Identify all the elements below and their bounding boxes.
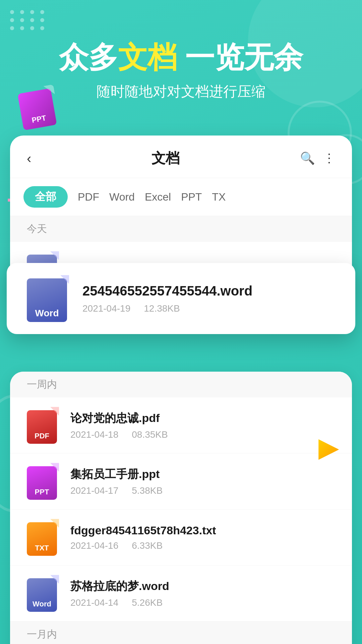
file-list-panel: 一周内 PDF 论对党的忠诚.pdf 2021-04-18 08.35KB PP… [10,372,352,644]
pdf-file-info: 论对党的忠诚.pdf 2021-04-18 08.35KB [70,411,335,440]
word2-file-info: 苏格拉底的梦.word 2021-04-14 5.26KB [70,579,335,608]
pdf-size: 08.35KB [132,429,168,440]
file-item-txt[interactable]: TXT fdgger84541165t78h423.txt 2021-04-16… [10,509,352,566]
ppt-file-meta: 2021-04-17 5.38KB [70,485,335,496]
more-icon[interactable]: ⋮ [323,151,335,165]
section-today-header: 今天 [10,216,352,242]
highlighted-icon-body: Word [27,278,67,322]
panel-header-icons: 🔍 ⋮ [300,151,335,165]
txt-date: 2021-04-16 [70,540,118,551]
txt-size: 6.33KB [132,540,163,551]
panel-title: 文档 [152,149,180,168]
word2-file-icon: Word [27,575,60,612]
section-month-header: 一月内 [10,622,352,644]
hero-title-highlight: 文档 [118,41,177,74]
ppt-deco-label: PPT [17,88,57,130]
word2-size: 5.26KB [132,597,163,608]
ppt-file-name: 集拓员工手册.ppt [70,467,335,482]
file-item-ppt[interactable]: PPT 集拓员工手册.ppt 2021-04-17 5.38KB [10,453,352,509]
highlighted-file-info: 254546552557455544.word 2021-04-19 12.38… [82,283,335,314]
txt-file-info: fdgger84541165t78h423.txt 2021-04-16 6.3… [70,524,335,551]
play-decoration [318,432,352,469]
file-item-pdf[interactable]: PDF 论对党的忠诚.pdf 2021-04-18 08.35KB [10,397,352,453]
ppt-file-info: 集拓员工手册.ppt 2021-04-17 5.38KB [70,467,335,496]
filter-tab-all[interactable]: 全部 [23,186,68,208]
txt-file-meta: 2021-04-16 6.33KB [70,540,335,551]
pdf-date: 2021-04-18 [70,429,118,440]
pdf-file-icon: PDF [27,407,60,444]
ppt-icon-body: PPT [27,466,57,500]
hero-title: 众多文档 一览无余 [20,40,342,74]
section-week-header: 一周内 [10,372,352,397]
txt-file-icon: TXT [27,519,60,556]
word2-file-meta: 2021-04-14 5.26KB [70,597,335,608]
filter-tab-word[interactable]: Word [109,189,135,205]
txt-file-name: fdgger84541165t78h423.txt [70,524,335,537]
search-icon[interactable]: 🔍 [300,151,315,165]
pdf-file-name: 论对党的忠诚.pdf [70,411,335,426]
filter-tab-excel[interactable]: Excel [145,189,171,205]
ppt-size: 5.38KB [132,485,163,496]
filter-tab-ppt[interactable]: PPT [181,189,202,205]
txt-icon-body: TXT [27,522,57,556]
file-item-word2[interactable]: Word 苏格拉底的梦.word 2021-04-14 5.26KB [10,566,352,622]
highlighted-file-size: 12.38KB [144,303,180,314]
ppt-file-icon: PPT [27,463,60,500]
panel-header: ‹ 文档 🔍 ⋮ [10,136,352,178]
hero-title-part2: 一览无余 [177,41,303,74]
highlighted-file-meta: 2021-04-19 12.38KB [82,303,335,314]
back-button[interactable]: ‹ [27,151,31,166]
pdf-file-meta: 2021-04-18 08.35KB [70,429,335,440]
filter-tabs: 全部 PDF Word Excel PPT TX [10,178,352,216]
highlighted-file-date: 2021-04-19 [82,303,130,314]
filter-tab-pdf[interactable]: PDF [78,189,99,205]
word2-icon-body: Word [27,578,57,612]
highlighted-file-card[interactable]: Word 254546552557455544.word 2021-04-19 … [7,263,355,334]
ppt-date: 2021-04-17 [70,485,118,496]
highlighted-file-name: 254546552557455544.word [82,283,335,299]
document-panel: ‹ 文档 🔍 ⋮ 全部 PDF Word Excel PPT TX 今天 [10,136,352,298]
pdf-icon-body: PDF [27,410,57,444]
word2-file-name: 苏格拉底的梦.word [70,579,335,594]
word2-date: 2021-04-14 [70,597,118,608]
highlighted-word-icon: Word [27,275,70,322]
hero-subtitle: 随时随地对对文档进行压缩 [20,81,342,102]
filter-tab-tx[interactable]: TX [212,189,226,205]
hero-title-part1: 众多 [59,41,118,74]
ppt-file-decoration: PPT [17,84,60,130]
